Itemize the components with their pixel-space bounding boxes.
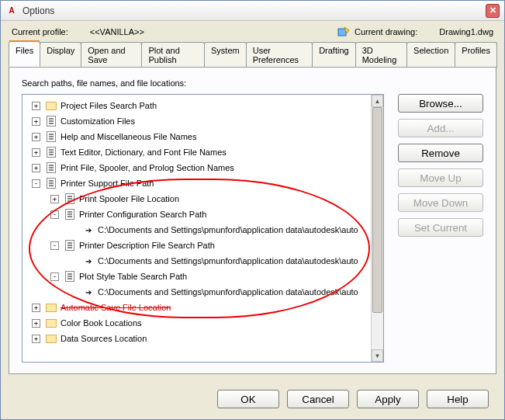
collapse-icon[interactable]: - bbox=[50, 210, 59, 219]
collapse-icon[interactable]: - bbox=[50, 241, 59, 250]
tab-open-and-save[interactable]: Open and Save bbox=[81, 42, 142, 68]
scroll-up-icon[interactable]: ▲ bbox=[372, 95, 383, 107]
app-icon: A bbox=[5, 5, 18, 17]
file-icon bbox=[64, 208, 76, 220]
expand-icon[interactable]: + bbox=[32, 304, 40, 312]
tab-files[interactable]: Files bbox=[9, 41, 40, 67]
expand-icon[interactable]: + bbox=[32, 117, 40, 126]
tree-node-label: Data Sources Location bbox=[61, 334, 147, 343]
file-icon bbox=[45, 177, 57, 189]
tab-drafting[interactable]: Drafting bbox=[312, 42, 356, 68]
tree-node[interactable]: -Printer Configuration Search Path bbox=[22, 207, 371, 222]
tree-node-label: Project Files Search Path bbox=[61, 101, 157, 110]
file-icon bbox=[45, 115, 57, 127]
expand-icon[interactable]: + bbox=[32, 148, 40, 157]
expand-icon[interactable]: + bbox=[32, 335, 40, 343]
tree-node-label: Print File, Spooler, and Prolog Section … bbox=[61, 163, 234, 172]
folder-open-icon bbox=[45, 317, 57, 329]
path-arrow-icon: ➔ bbox=[82, 224, 95, 236]
path-arrow-icon: ➔ bbox=[82, 286, 95, 298]
folder-open-icon bbox=[45, 332, 57, 345]
files-panel: Search paths, file names, and file locat… bbox=[9, 67, 496, 374]
tab-selection[interactable]: Selection bbox=[406, 42, 455, 68]
browse-button[interactable]: Browse... bbox=[398, 94, 483, 113]
profile-bar: Current profile: <<VANILLA>> Current dra… bbox=[1, 21, 504, 41]
tree-node[interactable]: +Data Sources Location bbox=[22, 331, 371, 346]
tab-3d-modeling[interactable]: 3D Modeling bbox=[355, 42, 407, 68]
collapse-icon[interactable]: - bbox=[32, 179, 40, 188]
tab-profiles[interactable]: Profiles bbox=[455, 42, 497, 68]
tree-node-label: Printer Description File Search Path bbox=[79, 241, 215, 250]
tree-node[interactable]: +Print Spooler File Location bbox=[22, 191, 371, 207]
tab-system[interactable]: System bbox=[204, 42, 247, 68]
tree-node[interactable]: +Customization Files bbox=[22, 113, 371, 129]
current-drawing-value: Drawing1.dwg bbox=[439, 27, 493, 36]
folder-open-icon bbox=[45, 301, 57, 314]
tree-node[interactable]: +Print File, Spooler, and Prolog Section… bbox=[22, 160, 371, 175]
move-up-button[interactable]: Move Up bbox=[398, 168, 483, 187]
current-drawing-label: Current drawing: bbox=[355, 27, 417, 36]
remove-button[interactable]: Remove bbox=[398, 144, 483, 162]
add-button[interactable]: Add... bbox=[398, 119, 483, 137]
tree-node[interactable]: -Printer Support File Path bbox=[22, 175, 371, 191]
tree-node-label: Printer Support File Path bbox=[61, 179, 154, 188]
file-icon bbox=[64, 270, 76, 283]
tree-node[interactable]: -Plot Style Table Search Path bbox=[22, 269, 371, 284]
tree-node-label: C:\Documents and Settings\pmunford\appli… bbox=[98, 287, 358, 297]
tab-user-preferences[interactable]: User Preferences bbox=[246, 42, 313, 68]
tree-node[interactable]: ➔C:\Documents and Settings\pmunford\appl… bbox=[22, 222, 371, 238]
dialog-buttons: OK Cancel Apply Help bbox=[1, 382, 504, 419]
options-dialog: A Options ✕ Current profile: <<VANILLA>>… bbox=[0, 0, 505, 420]
tab-display[interactable]: Display bbox=[40, 42, 81, 68]
scrollbar[interactable]: ▲ ▼ bbox=[371, 95, 383, 362]
spacer bbox=[69, 288, 78, 297]
collapse-icon[interactable]: - bbox=[50, 272, 59, 281]
expand-icon[interactable]: + bbox=[32, 164, 40, 172]
expand-icon[interactable]: + bbox=[32, 102, 40, 110]
drawing-icon bbox=[337, 26, 350, 38]
set-current-button[interactable]: Set Current bbox=[398, 218, 483, 237]
tree-node[interactable]: +Automatic Save File Location bbox=[22, 300, 371, 315]
tree-node-label: Color Book Locations bbox=[61, 318, 142, 328]
tree-node[interactable]: ➔C:\Documents and Settings\pmunford\appl… bbox=[22, 253, 371, 269]
ok-button[interactable]: OK bbox=[217, 390, 279, 408]
help-button[interactable]: Help bbox=[427, 390, 489, 408]
tree-node-label: C:\Documents and Settings\pmunford\appli… bbox=[98, 225, 358, 234]
svg-rect-0 bbox=[338, 29, 346, 36]
cancel-button[interactable]: Cancel bbox=[287, 390, 349, 408]
path-arrow-icon: ➔ bbox=[82, 255, 95, 267]
tree-view[interactable]: +Project Files Search Path+Customization… bbox=[22, 94, 384, 363]
tree-node[interactable]: +Help and Miscellaneous File Names bbox=[22, 129, 371, 144]
tab-plot-and-publish[interactable]: Plot and Publish bbox=[141, 42, 205, 68]
tree-node-label: Print Spooler File Location bbox=[79, 194, 179, 203]
scroll-thumb[interactable] bbox=[372, 107, 382, 313]
current-profile-label: Current profile: bbox=[12, 27, 68, 36]
spacer bbox=[69, 226, 78, 234]
apply-button[interactable]: Apply bbox=[357, 390, 419, 408]
tree-node-label: Text Editor, Dictionary, and Font File N… bbox=[61, 148, 227, 157]
tree-node[interactable]: ➔C:\Documents and Settings\pmunford\appl… bbox=[22, 284, 371, 300]
current-profile-value: <<VANILLA>> bbox=[90, 27, 144, 36]
expand-icon[interactable]: + bbox=[50, 195, 59, 203]
file-icon bbox=[64, 193, 76, 205]
file-icon bbox=[45, 161, 57, 174]
folder-icon bbox=[45, 99, 57, 112]
file-icon bbox=[45, 130, 57, 143]
expand-icon[interactable]: + bbox=[32, 133, 40, 141]
expand-icon[interactable]: + bbox=[32, 319, 40, 328]
tree-node[interactable]: +Color Book Locations bbox=[22, 315, 371, 331]
tree-node[interactable]: +Text Editor, Dictionary, and Font File … bbox=[22, 144, 371, 160]
tree-node[interactable]: -Printer Description File Search Path bbox=[22, 238, 371, 253]
tree-node-label: Customization Files bbox=[61, 116, 135, 126]
scroll-down-icon[interactable]: ▼ bbox=[372, 349, 383, 362]
tree-node-label: Printer Configuration Search Path bbox=[79, 210, 206, 219]
tree-node-label: Automatic Save File Location bbox=[61, 303, 171, 312]
move-down-button[interactable]: Move Down bbox=[398, 193, 483, 212]
tree-node[interactable]: +Project Files Search Path bbox=[22, 98, 371, 113]
file-icon bbox=[45, 146, 57, 158]
tree-node-label: Help and Miscellaneous File Names bbox=[61, 132, 196, 141]
side-buttons: Browse... Add... Remove Move Up Move Dow… bbox=[398, 94, 483, 363]
spacer bbox=[69, 257, 78, 266]
tree-node-label: Plot Style Table Search Path bbox=[79, 272, 187, 281]
close-icon[interactable]: ✕ bbox=[486, 4, 500, 18]
